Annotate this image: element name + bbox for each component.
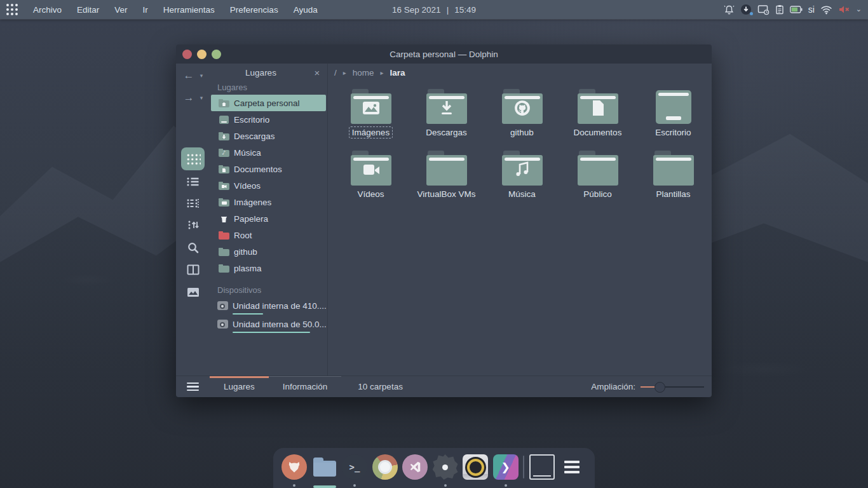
sort-button[interactable]: [181, 214, 205, 236]
dock-terminal[interactable]: >_: [342, 454, 367, 488]
breadcrumb-root[interactable]: /: [334, 68, 337, 78]
back-button[interactable]: ←: [181, 68, 196, 83]
minimize-window-button[interactable]: [197, 50, 207, 59]
notifications-bell-icon[interactable]: [724, 4, 735, 15]
folder-item-descargas[interactable]: Descargas: [409, 89, 484, 151]
battery-icon[interactable]: [790, 6, 803, 13]
hamburger-menu-icon: [559, 454, 585, 480]
places-panel: Lugares × Lugares Carpeta personal Escri…: [210, 64, 328, 376]
menu-ver[interactable]: Ver: [108, 3, 133, 17]
titlebar[interactable]: Carpeta personal — Dolphin: [176, 44, 712, 64]
desktop-icon: [219, 115, 229, 124]
folder-images-icon: [351, 89, 391, 124]
place-escritorio[interactable]: Escritorio: [211, 111, 326, 128]
place-videos[interactable]: Vídeos: [211, 177, 326, 194]
icons-view-icon: [186, 152, 201, 165]
dock-firefox[interactable]: [281, 454, 307, 488]
status-bar: Lugares Información 10 carpetas Ampliaci…: [176, 376, 712, 397]
zoom-slider[interactable]: [641, 382, 704, 392]
menu-ayuda[interactable]: Ayuda: [287, 3, 324, 17]
menu-preferencias[interactable]: Preferencias: [224, 3, 285, 17]
night-color-display-icon[interactable]: [757, 4, 770, 15]
forward-button[interactable]: →: [181, 90, 196, 105]
clock[interactable]: 16 Sep 2021 | 15:49: [392, 5, 476, 15]
tab-informacion[interactable]: Información: [269, 376, 342, 397]
place-documentos[interactable]: Documentos: [211, 161, 326, 177]
places-panel-title: Lugares: [210, 68, 312, 78]
show-desktop-icon: [529, 454, 555, 480]
breadcrumb-user[interactable]: lara: [390, 68, 405, 78]
compact-view-button[interactable]: [181, 192, 205, 215]
wifi-icon[interactable]: [820, 5, 832, 15]
menu-herramientas[interactable]: Herramientas: [157, 3, 221, 17]
clock-separator: |: [447, 5, 449, 15]
place-imagenes[interactable]: Imágenes: [211, 194, 326, 210]
close-panel-icon[interactable]: ×: [312, 67, 322, 78]
status-text: 10 carpetas: [341, 376, 403, 397]
dock-file-manager[interactable]: [312, 454, 337, 488]
dock-audio-player[interactable]: [463, 454, 488, 488]
zoom-slider-handle[interactable]: [654, 382, 665, 393]
menu-ir[interactable]: Ir: [137, 3, 154, 17]
maximize-window-button[interactable]: [212, 50, 221, 59]
clipboard-icon[interactable]: [775, 4, 784, 15]
file-manager-icon: [312, 454, 337, 480]
side-toolbar: ← ▾ → ▾: [176, 64, 210, 376]
folder-item-documentos[interactable]: Documentos: [560, 89, 635, 151]
search-button[interactable]: [181, 236, 205, 259]
drive-icon: [217, 320, 228, 329]
place-github[interactable]: github: [211, 243, 326, 260]
place-carpeta-personal[interactable]: Carpeta personal: [211, 95, 326, 111]
dock-settings[interactable]: [433, 454, 458, 488]
folder-item-escritorio[interactable]: Escritorio: [635, 89, 711, 151]
chromium-icon: [372, 454, 398, 480]
breadcrumb-home[interactable]: home: [353, 68, 374, 78]
keyboard-layout-indicator[interactable]: si: [808, 4, 815, 15]
dock-panel: >_ ❯: [273, 448, 595, 488]
folder-view: / ▸ home ▸ lara Imágenes: [328, 64, 712, 376]
folder-item-publico[interactable]: Público: [560, 151, 635, 212]
top-panel: Archivo Editar Ver Ir Herramientas Prefe…: [0, 0, 868, 19]
details-view-button[interactable]: [181, 170, 205, 193]
place-descargas[interactable]: Descargas: [211, 128, 326, 144]
folder-music-icon: [502, 151, 543, 186]
place-papelera[interactable]: Papelera: [211, 210, 326, 227]
folder-item-virtualbox[interactable]: VirtualBox VMs: [409, 151, 484, 212]
volume-muted-icon[interactable]: [838, 4, 850, 15]
folder-item-musica[interactable]: Música: [484, 151, 560, 212]
running-indicator: [353, 484, 356, 487]
tray-expander-chevron-icon[interactable]: ⌄: [856, 5, 862, 13]
forward-history-caret-icon[interactable]: ▾: [198, 95, 205, 101]
back-history-caret-icon[interactable]: ▾: [198, 72, 205, 79]
place-musica[interactable]: ♪ Música: [211, 144, 326, 161]
folder-item-imagenes[interactable]: Imágenes: [333, 89, 409, 151]
device-drive-410[interactable]: Unidad interna de 410....: [210, 299, 327, 315]
close-window-button[interactable]: [182, 50, 192, 59]
desktop-icon: [656, 90, 691, 124]
place-root[interactable]: Root: [211, 227, 326, 243]
menu-editar[interactable]: Editar: [71, 3, 105, 17]
drive-usage-bar: [233, 313, 263, 315]
dock-show-desktop[interactable]: [529, 454, 555, 488]
dock-image-editor[interactable]: ❯: [493, 454, 519, 488]
folder-item-plantillas[interactable]: Plantillas: [635, 151, 711, 212]
dock-application-menu[interactable]: [559, 454, 585, 488]
folder-icon: [578, 151, 618, 186]
app-launcher-icon[interactable]: [6, 4, 18, 15]
panel-menu-button[interactable]: [176, 376, 210, 397]
place-plasma[interactable]: plasma: [211, 260, 326, 276]
dock-vscode[interactable]: [402, 454, 428, 488]
places-panel-header: Lugares ×: [210, 65, 327, 80]
preview-toggle-button[interactable]: [181, 281, 205, 304]
window-title: Carpeta personal — Dolphin: [390, 50, 498, 59]
device-drive-50[interactable]: Unidad interna de 50.0...: [210, 317, 327, 333]
updates-icon[interactable]: [740, 4, 752, 15]
tab-lugares[interactable]: Lugares: [210, 376, 269, 397]
menu-archivo[interactable]: Archivo: [27, 3, 68, 17]
folder-item-github[interactable]: github: [484, 89, 560, 151]
dock-chromium[interactable]: [372, 454, 398, 488]
icons-view-button[interactable]: [181, 147, 205, 170]
split-view-button[interactable]: [181, 258, 205, 281]
dock-separator: [523, 456, 524, 478]
folder-item-videos[interactable]: Vídeos: [333, 151, 409, 212]
